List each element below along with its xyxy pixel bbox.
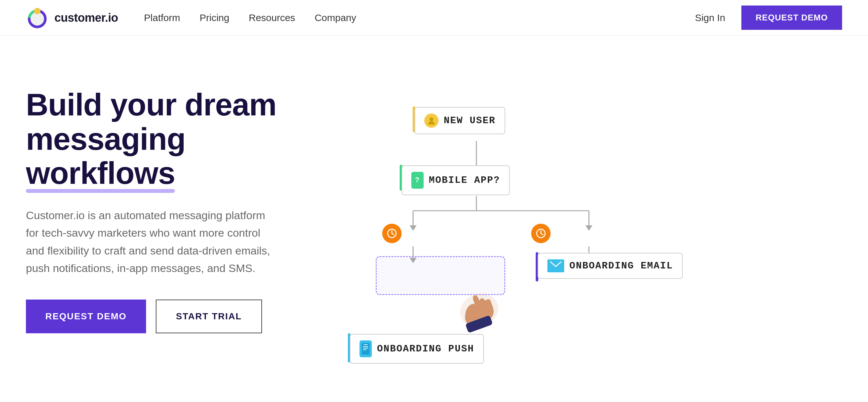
hero-title-line2: messaging workflows xyxy=(26,121,186,191)
mobile-app-label: MOBILE APP? xyxy=(429,175,500,186)
logo-icon xyxy=(26,6,49,29)
onboarding-email-label: ONBOARDING EMAIL xyxy=(569,260,673,271)
hero-left: Build your dream messaging workflows Cus… xyxy=(26,81,317,333)
nav-link-pricing[interactable]: Pricing xyxy=(199,12,229,23)
timer-circle-left xyxy=(382,224,402,243)
email-icon xyxy=(547,259,564,272)
svg-line-20 xyxy=(541,233,543,235)
logo-text: customer.io xyxy=(54,11,118,25)
new-user-node: NEW USER xyxy=(414,107,505,134)
onboarding-email-node: ONBOARDING EMAIL xyxy=(538,253,683,279)
start-trial-button[interactable]: START TRIAL xyxy=(156,299,262,333)
request-demo-button[interactable]: REQUEST DEMO xyxy=(26,299,146,333)
hero-buttons: REQUEST DEMO START TRIAL xyxy=(26,299,317,333)
nav-right: Sign In REQUEST DEMO xyxy=(695,5,842,30)
timer-circle-right xyxy=(531,224,551,243)
onboarding-push-label: ONBOARDING PUSH xyxy=(377,343,474,354)
svg-line-17 xyxy=(392,233,394,235)
user-icon xyxy=(424,113,438,128)
logo-area[interactable]: customer.io xyxy=(26,6,118,29)
nav-link-company[interactable]: Company xyxy=(314,12,356,23)
svg-rect-25 xyxy=(363,348,368,348)
hero-right: NEW USER ? MOBILE APP? xyxy=(350,81,842,373)
svg-point-14 xyxy=(430,117,433,121)
svg-rect-26 xyxy=(363,349,366,350)
request-demo-nav-button[interactable]: REQUEST DEMO xyxy=(741,5,842,30)
push-icon xyxy=(360,340,372,357)
new-user-label: NEW USER xyxy=(444,115,496,126)
nav-link-platform[interactable]: Platform xyxy=(144,12,180,23)
svg-rect-24 xyxy=(363,346,368,347)
svg-marker-9 xyxy=(585,225,592,231)
hero-section: Build your dream messaging workflows Cus… xyxy=(0,36,868,402)
sign-in-link[interactable]: Sign In xyxy=(695,12,725,23)
mobile-app-node: ? MOBILE APP? xyxy=(402,165,510,195)
nav-links: Platform Pricing Resources Company xyxy=(144,12,695,23)
hero-title-line1: Build your dream xyxy=(26,87,276,122)
phone-icon: ? xyxy=(411,172,424,189)
svg-rect-23 xyxy=(364,344,368,345)
hero-title: Build your dream messaging workflows xyxy=(26,88,317,190)
workflow-diagram: NEW USER ? MOBILE APP? xyxy=(350,81,842,373)
nav-link-resources[interactable]: Resources xyxy=(249,12,295,23)
hero-description: Customer.io is an automated messaging pl… xyxy=(26,206,279,277)
svg-point-1 xyxy=(34,8,40,14)
navbar: customer.io Platform Pricing Resources C… xyxy=(0,0,868,36)
svg-marker-7 xyxy=(410,225,417,231)
